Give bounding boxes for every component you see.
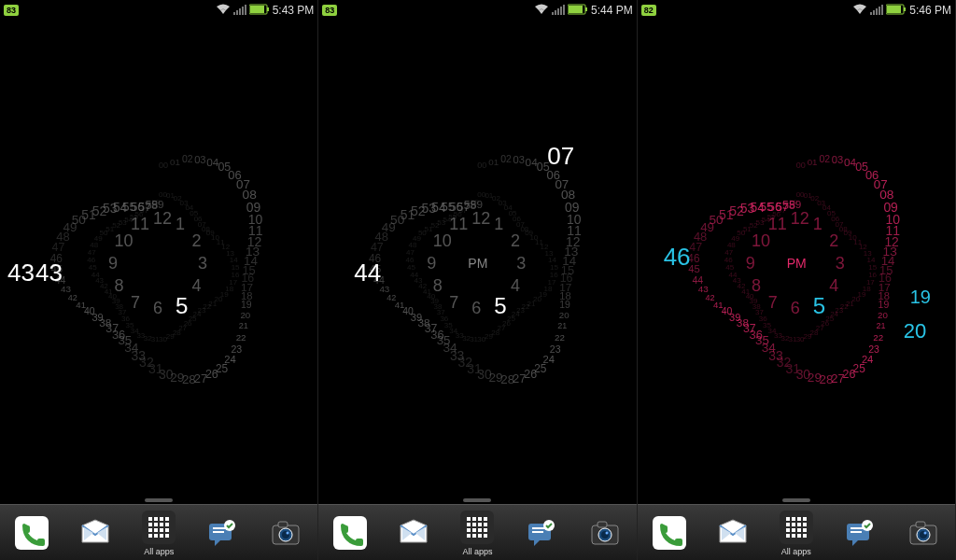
hour-6: 6 [471, 299, 481, 318]
phone-screen-2: 835:44 PM0001020304050607080910111213141… [318, 0, 637, 560]
signal-icon [552, 4, 565, 17]
svg-rect-89 [792, 528, 795, 532]
hour-7: 7 [449, 293, 458, 313]
dock-allapps[interactable]: All apps [134, 509, 184, 556]
mail-icon [395, 514, 432, 552]
dock-camera[interactable] [580, 514, 630, 552]
phone-icon [331, 514, 369, 552]
dock-messages[interactable] [835, 514, 885, 552]
svg-rect-13 [165, 517, 169, 521]
svg-rect-88 [786, 528, 790, 532]
hour-11: 11 [449, 215, 468, 234]
svg-rect-98 [851, 531, 862, 533]
status-time: 5:44 PM [591, 4, 633, 17]
svg-rect-2 [239, 8, 241, 15]
apps-icon [778, 509, 815, 546]
battery-icon [886, 4, 907, 17]
clock-wallpaper[interactable]: 0001020304050607080910111213141516171819… [0, 21, 317, 504]
allapps-label: All apps [781, 547, 811, 556]
svg-rect-92 [786, 534, 790, 538]
svg-rect-86 [797, 523, 801, 526]
svg-rect-57 [467, 534, 471, 538]
hour-2: 2 [511, 231, 520, 251]
svg-rect-21 [165, 528, 169, 532]
dock-phone[interactable] [325, 514, 375, 552]
status-bar: 835:43 PM [0, 0, 317, 21]
svg-rect-15 [154, 523, 158, 526]
second-highlight: 07 [547, 142, 574, 171]
hour-12: 12 [791, 209, 809, 229]
camera-icon [905, 514, 942, 552]
hour-8: 8 [114, 276, 123, 296]
svg-rect-45 [467, 517, 471, 521]
hour-4: 4 [829, 276, 838, 296]
clock-wallpaper[interactable]: 0001020304050607080910111213141516171819… [318, 21, 636, 504]
hour-1: 1 [813, 215, 822, 234]
svg-rect-3 [242, 7, 244, 15]
hour-8: 8 [752, 276, 761, 296]
dock-camera[interactable] [260, 514, 311, 552]
signal-icon [233, 4, 246, 17]
svg-rect-49 [467, 523, 471, 526]
svg-rect-28 [213, 531, 224, 533]
home-indicator[interactable] [145, 498, 173, 502]
minute-highlight: 44 [354, 259, 381, 287]
second-highlight: 43 [35, 259, 63, 287]
svg-rect-87 [803, 523, 807, 526]
hour-7: 7 [131, 293, 140, 313]
svg-rect-17 [165, 523, 169, 526]
svg-rect-41 [569, 6, 583, 13]
svg-rect-22 [148, 534, 152, 538]
camera-icon [586, 514, 624, 552]
minute-highlight: 46 [664, 243, 691, 272]
dock: All apps [318, 504, 636, 560]
svg-rect-4 [245, 5, 246, 15]
dock-messages[interactable] [197, 514, 247, 552]
hour-7: 7 [768, 293, 778, 313]
hour-4: 4 [511, 276, 520, 296]
dock-phone[interactable] [7, 514, 57, 552]
dock-mail[interactable] [708, 514, 758, 552]
svg-rect-94 [797, 534, 801, 538]
dock-phone[interactable] [644, 514, 695, 552]
svg-rect-18 [148, 528, 152, 532]
svg-rect-91 [803, 528, 807, 532]
dock-mail[interactable] [70, 514, 120, 552]
svg-rect-60 [484, 534, 487, 538]
clock-wallpaper[interactable]: 0001020304050607080910111213141516171819… [638, 21, 955, 504]
svg-rect-6 [250, 6, 264, 13]
svg-rect-79 [780, 511, 813, 544]
dock-camera[interactable] [898, 514, 949, 552]
hour-12: 12 [471, 209, 490, 229]
hour-11: 11 [768, 215, 787, 234]
svg-rect-44 [460, 511, 494, 544]
dock-mail[interactable] [388, 514, 439, 552]
dock-messages[interactable] [516, 514, 567, 552]
status-bar: 835:44 PM [318, 0, 636, 21]
messages-icon [841, 514, 879, 552]
svg-rect-71 [873, 10, 875, 15]
battery-icon [568, 4, 588, 17]
svg-rect-35 [552, 12, 554, 15]
dock-allapps[interactable]: All apps [771, 509, 822, 556]
allapps-label: All apps [462, 547, 492, 556]
hour-6: 6 [791, 299, 800, 318]
wifi-icon [534, 4, 549, 17]
hour-5: 5 [494, 293, 506, 319]
home-indicator[interactable] [463, 498, 491, 502]
phone-screen-3: 825:46 PM0001020304050607080910111213141… [638, 0, 956, 560]
home-indicator[interactable] [782, 498, 810, 502]
hour-6: 6 [153, 299, 162, 318]
hour-9: 9 [108, 254, 118, 273]
ampm-label: PM [468, 256, 487, 271]
svg-rect-19 [154, 528, 158, 532]
dock-allapps[interactable]: All apps [452, 509, 502, 556]
svg-rect-24 [160, 534, 163, 538]
svg-rect-51 [478, 523, 482, 526]
hour-2: 2 [829, 231, 838, 251]
svg-rect-14 [148, 523, 152, 526]
svg-rect-37 [557, 8, 559, 15]
apps-icon [458, 509, 496, 546]
svg-rect-54 [472, 528, 476, 532]
svg-rect-50 [472, 523, 476, 526]
